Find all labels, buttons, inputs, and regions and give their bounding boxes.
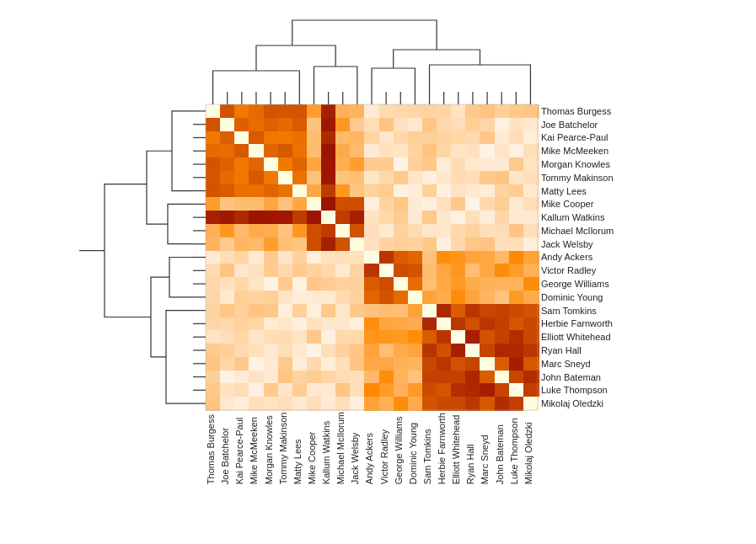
y-label: Mikolaj Oledzki xyxy=(541,397,614,410)
x-label: Kai Pearce-Paul xyxy=(234,412,249,484)
y-label: Andy Ackers xyxy=(541,251,614,264)
y-label: John Bateman xyxy=(541,371,614,384)
y-label: George Williams xyxy=(541,277,614,291)
y-label: Victor Radley xyxy=(541,264,614,277)
x-label: John Bateman xyxy=(495,412,509,484)
heatmap-container: Thomas BurgessJoe BatchelorKai Pearce-Pa… xyxy=(0,0,756,544)
y-label: Dominic Young xyxy=(541,291,614,304)
y-label: Joe Batchelor xyxy=(541,118,614,131)
x-label: Mikolaj Oledzki xyxy=(523,412,538,484)
y-label: Herbie Farnworth xyxy=(541,317,614,331)
y-label: Elliott Whitehead xyxy=(541,330,614,344)
y-label: Mike McMeeken xyxy=(541,144,614,157)
x-label: Victor Radley xyxy=(379,412,394,484)
y-label: Michael McIlorum xyxy=(541,224,614,237)
y-label: Matty Lees xyxy=(541,184,614,198)
x-label: Mike McMeeken xyxy=(249,412,263,484)
y-label: Ryan Hall xyxy=(541,344,614,357)
y-label: Luke Thompson xyxy=(541,383,614,397)
y-label: Sam Tomkins xyxy=(541,304,614,317)
y-label: Jack Welsby xyxy=(541,237,614,251)
x-label: Elliott Whitehead xyxy=(451,412,465,484)
y-label: Mike Cooper xyxy=(541,197,614,211)
x-label: Dominic Young xyxy=(408,412,422,484)
x-label: Luke Thompson xyxy=(509,412,523,484)
x-label: Mike Cooper xyxy=(307,412,321,484)
x-label: Sam Tomkins xyxy=(422,412,437,484)
x-label: Marc Sneyd xyxy=(480,412,494,484)
y-label: Kallum Watkins xyxy=(541,211,614,224)
x-label: Jack Welsby xyxy=(350,412,364,484)
y-label: Tommy Makinson xyxy=(541,171,614,184)
x-label: Joe Batchelor xyxy=(220,412,234,484)
y-label: Thomas Burgess xyxy=(541,104,614,118)
x-label: Andy Ackers xyxy=(364,412,378,484)
y-label: Marc Sneyd xyxy=(541,357,614,371)
x-label: Herbie Farnworth xyxy=(437,412,451,484)
x-label: Kallum Watkins xyxy=(321,412,335,484)
x-label: Matty Lees xyxy=(292,412,307,484)
x-label: Tommy Makinson xyxy=(278,412,292,484)
y-label: Morgan Knowles xyxy=(541,157,614,171)
x-label: Michael McIlorum xyxy=(335,412,350,484)
x-label: Morgan Knowles xyxy=(264,412,278,484)
x-label: George Williams xyxy=(394,412,408,484)
x-label: Ryan Hall xyxy=(465,412,480,484)
x-label: Thomas Burgess xyxy=(206,412,220,484)
y-label: Kai Pearce-Paul xyxy=(541,131,614,145)
